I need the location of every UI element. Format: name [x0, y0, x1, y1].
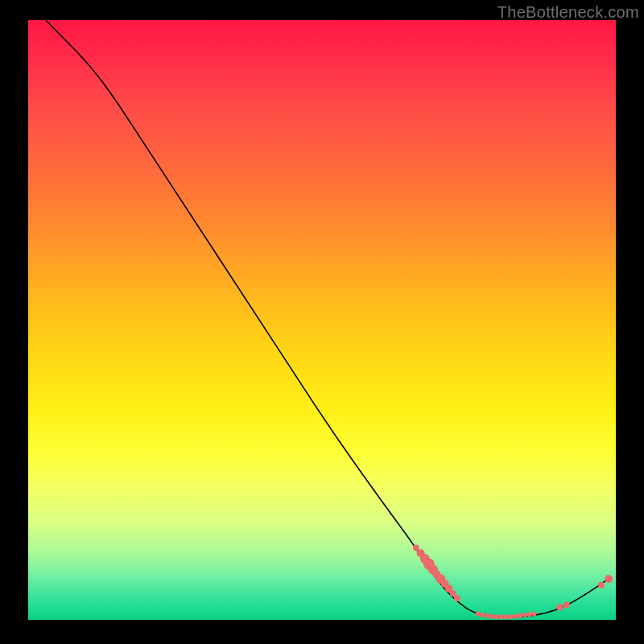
data-point	[480, 613, 485, 617]
data-point	[508, 614, 513, 619]
data-point	[513, 614, 518, 619]
data-point	[499, 614, 504, 619]
data-point	[518, 613, 522, 618]
data-point	[564, 601, 570, 608]
data-points	[413, 545, 613, 620]
data-point	[476, 612, 481, 617]
data-point	[454, 595, 460, 601]
data-point	[532, 612, 537, 617]
watermark-text: TheBottleneck.com	[497, 3, 639, 22]
chart-container: TheBottleneck.com	[0, 0, 644, 644]
chart-svg	[28, 20, 616, 620]
data-point	[598, 582, 605, 588]
data-point	[489, 614, 494, 619]
data-point	[557, 604, 564, 610]
bottleneck-curve	[46, 20, 610, 617]
data-point	[522, 613, 527, 617]
plot-area	[28, 20, 616, 620]
data-point	[494, 614, 499, 619]
data-point	[605, 575, 613, 583]
data-point	[485, 613, 489, 618]
data-point	[504, 614, 509, 619]
data-point	[527, 612, 532, 617]
